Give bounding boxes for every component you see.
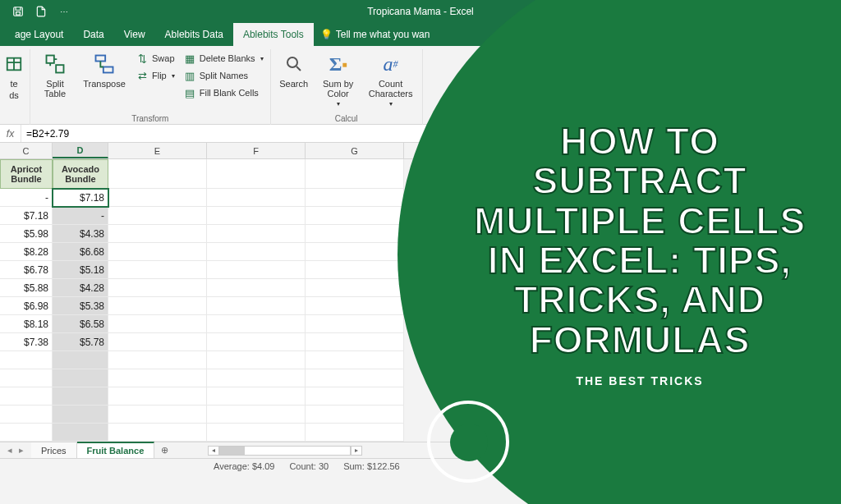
fill-blank-button[interactable]: ▤Fill Blank Cells [182,85,265,100]
cell[interactable] [0,351,53,369]
tab-view[interactable]: View [114,23,155,46]
cell[interactable] [108,279,207,297]
col-header-c[interactable]: C [0,143,53,158]
partial-button[interactable]: te ds [3,49,25,100]
cell[interactable] [306,351,404,369]
cell[interactable] [306,297,404,315]
scroll-thumb[interactable] [220,447,245,455]
cell[interactable] [108,351,207,369]
sheet-tab-fruit-balance[interactable]: Fruit Balance [77,442,155,458]
tell-me[interactable]: 💡 Tell me what you wan [314,23,437,46]
active-cell[interactable]: $7.18 [53,189,108,207]
cell[interactable] [207,159,306,189]
cell[interactable] [207,405,306,424]
cell[interactable]: - [0,189,53,207]
cell[interactable] [306,424,404,442]
cell[interactable]: $7.38 [0,333,53,351]
cell[interactable] [108,333,207,351]
cell[interactable]: - [53,207,108,225]
cell[interactable]: $8.28 [0,243,53,261]
cell[interactable] [306,405,404,424]
cell[interactable] [53,369,108,387]
fx-icon[interactable]: fx [0,125,21,142]
tab-page-layout[interactable]: age Layout [5,23,73,46]
cell[interactable] [108,225,207,243]
flip-button[interactable]: ⇄Flip▾ [134,68,177,83]
cell[interactable] [108,387,207,405]
cell[interactable] [306,159,404,189]
cell[interactable] [306,189,404,207]
cell[interactable] [306,369,404,387]
cell[interactable] [108,261,207,279]
cell[interactable]: $8.18 [0,315,53,333]
cell[interactable] [108,369,207,387]
cell[interactable]: $5.78 [53,333,108,351]
cell[interactable]: $4.38 [53,225,108,243]
cell[interactable] [108,424,207,442]
cell[interactable]: $6.68 [53,243,108,261]
chevron-right-icon[interactable]: ▸ [16,445,26,456]
tab-ablebits-data[interactable]: Ablebits Data [155,23,233,46]
new-icon[interactable] [33,3,49,20]
col-header-d[interactable]: D [53,143,108,158]
add-sheet-button[interactable]: ⊕ [154,442,175,458]
sheet-tab-prices[interactable]: Prices [31,442,77,458]
cell[interactable] [0,424,53,442]
sum-by-color-button[interactable]: Σ■ Sum by Color▾ [317,49,360,108]
cell[interactable]: $6.58 [53,315,108,333]
scroll-track[interactable] [219,446,351,456]
cell[interactable] [306,333,404,351]
header-avocado[interactable]: Avocado Bundle [53,159,108,189]
delete-blanks-button[interactable]: ▦Delete Blanks▾ [182,51,265,66]
cell[interactable] [0,369,53,387]
cell[interactable] [306,225,404,243]
cell[interactable] [306,243,404,261]
cell[interactable]: $5.18 [53,261,108,279]
count-chars-button[interactable]: a# Count Characters▾ [365,49,417,108]
cell[interactable] [306,387,404,405]
cell[interactable] [108,159,207,189]
cell[interactable] [207,261,306,279]
cell[interactable] [207,243,306,261]
cell[interactable] [207,207,306,225]
cell[interactable] [207,279,306,297]
col-header-g[interactable]: G [306,143,404,158]
cell[interactable] [306,315,404,333]
cell[interactable] [207,333,306,351]
cell[interactable] [108,189,207,207]
cell[interactable]: $5.98 [0,225,53,243]
cell[interactable] [207,387,306,405]
swap-button[interactable]: ⇅Swap [134,51,177,66]
cell[interactable]: $6.78 [0,261,53,279]
save-icon[interactable] [10,3,26,20]
col-header-e[interactable]: E [108,143,207,158]
cell[interactable] [53,351,108,369]
cell[interactable] [207,189,306,207]
cell[interactable] [207,297,306,315]
cell[interactable]: $5.88 [0,279,53,297]
header-apricot[interactable]: Apricot Bundle [0,159,53,189]
scroll-right[interactable]: ▸ [351,446,362,456]
cell[interactable] [108,297,207,315]
scroll-left[interactable]: ◂ [208,446,219,456]
cell[interactable] [207,369,306,387]
cell[interactable] [0,405,53,424]
tab-data[interactable]: Data [73,23,113,46]
cell[interactable] [207,225,306,243]
split-table-button[interactable]: Split Table [35,49,75,99]
cell[interactable]: $5.38 [53,297,108,315]
split-names-button[interactable]: ▥Split Names [182,68,265,83]
more-icon[interactable]: ⋯ [56,3,72,20]
cell[interactable] [306,207,404,225]
cell[interactable] [306,279,404,297]
cell[interactable] [207,424,306,442]
cell[interactable] [306,261,404,279]
chevron-left-icon[interactable]: ◂ [5,445,15,456]
cell[interactable] [207,315,306,333]
cell[interactable]: $4.28 [53,279,108,297]
tab-ablebits-tools[interactable]: Ablebits Tools [233,23,314,46]
cell[interactable] [108,207,207,225]
transpose-button[interactable]: Transpose [80,49,129,89]
search-button[interactable]: Search [276,49,312,89]
sheet-nav[interactable]: ◂▸ [0,442,31,458]
